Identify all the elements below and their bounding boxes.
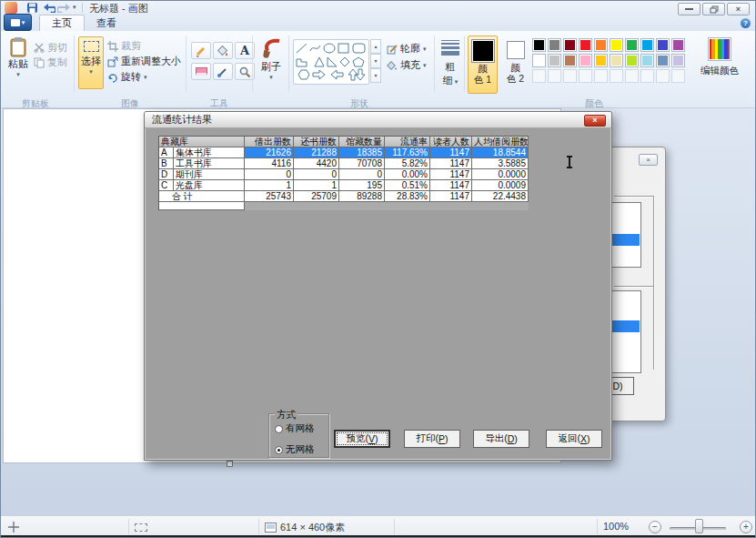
select-button[interactable]: 选择▾ — [78, 36, 104, 89]
palette-swatch[interactable] — [610, 54, 623, 67]
radio-option[interactable]: 无网格 — [275, 443, 315, 456]
scroll-up-icon[interactable]: ▴ — [370, 39, 381, 54]
qat-dropdown-icon[interactable]: ▾ — [73, 4, 76, 11]
palette-swatch[interactable] — [532, 38, 546, 52]
palette-swatch[interactable] — [579, 38, 592, 52]
save-icon[interactable] — [26, 2, 38, 14]
palette-swatch[interactable] — [625, 38, 639, 52]
zoom-in-button[interactable]: + — [740, 521, 752, 533]
color-picker-tool[interactable] — [213, 63, 233, 80]
table-row[interactable]: B工具书库41164420707085.82%11473.5885 — [159, 158, 529, 169]
palette-swatch[interactable] — [640, 54, 654, 67]
color1-button[interactable]: 颜色 1 — [468, 36, 498, 94]
resize-button[interactable]: 重新调整大小 — [107, 55, 181, 68]
table-row[interactable]: D期刊库0000.00%11470.0000 — [159, 169, 529, 180]
background-dialog: × D) — [606, 147, 666, 421]
eraser-tool[interactable] — [191, 63, 211, 80]
palette-swatch[interactable] — [579, 54, 592, 67]
minimize-button[interactable] — [678, 3, 701, 15]
palette-swatch-empty[interactable] — [563, 69, 577, 83]
radio-option[interactable]: 有网格 — [275, 422, 315, 435]
tab-home[interactable]: 主页 — [39, 15, 85, 31]
crop-button[interactable]: 裁剪 — [107, 39, 141, 53]
dialog-button-preview[interactable]: 预览(V) — [334, 430, 390, 448]
palette-swatch[interactable] — [548, 38, 561, 52]
shapes-gallery[interactable] — [293, 39, 369, 85]
palette-swatch[interactable] — [671, 54, 685, 67]
fill-button[interactable]: 填充▾ — [387, 58, 427, 72]
palette-swatch[interactable] — [625, 54, 639, 67]
redo-icon[interactable] — [57, 3, 70, 13]
palette-swatch-empty[interactable] — [640, 69, 654, 83]
palette-swatch[interactable] — [548, 54, 561, 67]
palette-swatch-empty[interactable] — [532, 69, 546, 83]
palette-swatch-empty[interactable] — [625, 69, 639, 83]
cut-button[interactable]: 剪切 — [34, 41, 67, 55]
edit-colors-button[interactable]: 编辑颜色 — [692, 36, 747, 94]
brushes-button[interactable]: 刷子▾ — [257, 37, 286, 88]
window-bottom-edge — [1, 535, 755, 537]
copy-button[interactable]: 复制 — [34, 56, 67, 69]
value-cell: 89288 — [339, 191, 385, 202]
stats-dialog-close-button[interactable]: × — [584, 115, 606, 127]
palette-swatch-empty[interactable] — [594, 69, 608, 83]
palette-swatch-empty[interactable] — [671, 69, 685, 83]
table-header-cell[interactable]: 馆藏数量 — [339, 137, 385, 147]
zoom-slider-thumb[interactable] — [695, 519, 703, 533]
table-row[interactable]: A集体书库216262128818385117.63%114718.8544 — [159, 147, 529, 158]
more-shapes-icon[interactable]: ▾ — [370, 68, 381, 83]
image-size-icon — [265, 523, 277, 533]
chevron-down-icon: ▾ — [89, 68, 93, 76]
dialog-button-export[interactable]: 导出(D) — [473, 430, 529, 448]
rotate-button[interactable]: 旋转▾ — [107, 70, 147, 84]
undo-icon[interactable] — [43, 3, 55, 13]
divider — [82, 3, 83, 13]
fill-tool[interactable] — [213, 42, 233, 59]
scroll-down-icon[interactable]: ▾ — [370, 54, 381, 68]
status-bar: 614 × 460像素 100% − + — [1, 515, 755, 537]
palette-swatch[interactable] — [563, 54, 577, 67]
table-header-cell[interactable]: 读者人数 — [430, 137, 472, 147]
title-bar: ▾ 无标题 - 画图 × ? ▾ 主页 查看 — [1, 1, 755, 31]
tab-view[interactable]: 查看 — [85, 15, 128, 31]
palette-swatch-empty[interactable] — [610, 69, 623, 83]
help-icon[interactable]: ? — [741, 18, 751, 28]
table-total-row[interactable]: 合 计25743257098928828.83%114722.4438 — [159, 191, 529, 202]
palette-swatch-empty[interactable] — [579, 69, 592, 83]
table-header-cell[interactable]: 借出册数 — [245, 137, 294, 147]
table-row[interactable]: C光盘库111950.51%11470.0009 — [159, 180, 529, 191]
palette-swatch[interactable] — [610, 38, 623, 52]
color2-button[interactable]: 颜色 2 — [501, 36, 529, 94]
table-header-cell[interactable]: 典藏库 — [159, 137, 245, 147]
pencil-tool[interactable] — [191, 42, 211, 59]
canvas-resize-handle[interactable] — [227, 461, 233, 467]
palette-swatch[interactable] — [594, 54, 608, 67]
table-header-cell[interactable]: 还书册数 — [294, 137, 339, 147]
crosshair-icon — [8, 522, 19, 533]
palette-swatch[interactable] — [640, 38, 654, 52]
palette-swatch[interactable] — [594, 38, 608, 52]
fixed-column-stub — [159, 202, 245, 210]
stats-dialog-titlebar[interactable]: 流通统计结果 — [145, 112, 611, 128]
palette-swatch-empty[interactable] — [656, 69, 670, 83]
close-button[interactable]: × — [727, 3, 750, 15]
palette-swatch[interactable] — [656, 54, 670, 67]
paste-button[interactable]: 粘贴▾ — [5, 36, 31, 91]
table-header-cell[interactable]: 人均借阅册数 — [472, 137, 529, 147]
palette-swatch[interactable] — [656, 38, 670, 52]
palette-swatch-empty[interactable] — [548, 69, 561, 83]
background-dialog-close-icon[interactable]: × — [639, 154, 658, 166]
palette-swatch[interactable] — [532, 54, 546, 67]
table-header-cell[interactable]: 流通率 — [385, 137, 430, 147]
palette-swatch[interactable] — [671, 38, 685, 52]
file-menu-button[interactable]: ▾ — [4, 14, 32, 31]
chevron-down-icon: ▾ — [453, 78, 458, 85]
size-button[interactable]: 粗 细 ▾ — [438, 38, 462, 91]
restore-button[interactable] — [702, 3, 725, 15]
divider — [394, 519, 395, 534]
dialog-button-back[interactable]: 返回(X) — [546, 430, 602, 448]
dialog-button-print[interactable]: 打印(P) — [404, 430, 460, 448]
zoom-out-button[interactable]: − — [649, 521, 661, 533]
palette-swatch[interactable] — [563, 38, 577, 52]
outline-button[interactable]: 轮廓▾ — [387, 42, 427, 56]
